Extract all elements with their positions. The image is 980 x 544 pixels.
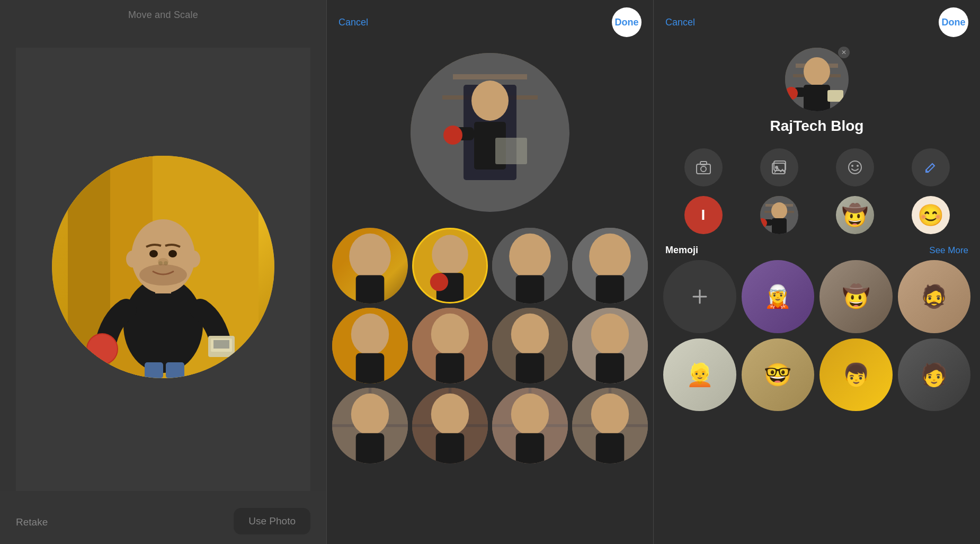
svg-rect-38 (516, 275, 545, 304)
svg-point-9 (168, 250, 177, 257)
memoji-item-4[interactable]: 👱 (663, 338, 736, 412)
memoji-emoji-6: 👦 (842, 362, 870, 388)
photo-options-row: I 🤠 😊 (654, 192, 980, 238)
thumbnail-8[interactable] (572, 308, 648, 384)
svg-rect-22 (453, 74, 527, 79)
svg-point-15 (87, 334, 117, 364)
memoji-item-7[interactable]: 🧑 (898, 338, 971, 412)
thumbnail-6[interactable] (412, 308, 488, 384)
thumbnail-11[interactable] (492, 388, 568, 463)
svg-rect-73 (596, 433, 625, 463)
panel2-cancel-button[interactable]: Cancel (338, 17, 368, 28)
camera-action-button[interactable] (684, 148, 723, 186)
photo-library-icon (771, 160, 787, 175)
svg-rect-44 (356, 353, 385, 384)
panel2-preview-svg (411, 53, 569, 212)
option-emoji-circle[interactable]: 😊 (912, 196, 950, 234)
profile-area: ✕ RajTech Blog (654, 37, 980, 143)
profile-avatar-image (785, 48, 849, 111)
avatar-wrapper: ✕ (785, 48, 849, 111)
thumbnail-4[interactable] (572, 228, 648, 304)
panel1-title: Move and Scale (0, 0, 326, 21)
memoji-emoji-2: 🤠 (842, 283, 870, 309)
memoji-emoji-4: 👱 (686, 362, 714, 388)
option-photo-svg (760, 196, 798, 234)
memoji-section-title: Memoji (665, 245, 698, 256)
svg-rect-84 (700, 162, 707, 165)
svg-point-6 (126, 251, 139, 267)
panel-profile: Cancel Done ✕ (654, 0, 980, 544)
panel-move-scale: Move and Scale (0, 0, 326, 544)
camera-icon (696, 160, 711, 174)
svg-point-46 (431, 314, 469, 355)
thumbnail-3[interactable] (492, 228, 568, 304)
memoji-item-5[interactable]: 🤓 (742, 338, 815, 412)
thumbnail-9[interactable] (332, 388, 408, 463)
panel2-header: Cancel Done (327, 0, 653, 37)
thumbnail-12[interactable] (572, 388, 648, 463)
retake-button[interactable]: Retake (16, 516, 48, 528)
option-letter: I (701, 207, 706, 224)
pencil-icon (924, 161, 937, 174)
memoji-item-2[interactable]: 🤠 (819, 260, 893, 333)
memoji-grid: 🧝 🤠 🧔 👱 🤓 👦 🧑 (654, 260, 980, 411)
svg-point-80 (785, 87, 798, 100)
svg-rect-63 (436, 433, 465, 463)
svg-point-83 (701, 166, 706, 172)
memoji-emoji-5: 🤓 (764, 362, 791, 388)
pencil-action-button[interactable] (912, 148, 950, 186)
smiley-emoji: 😊 (917, 203, 944, 228)
svg-point-94 (771, 202, 787, 219)
panel3-done-button[interactable]: Done (939, 7, 968, 37)
panel3-cancel-button[interactable]: Cancel (665, 17, 695, 28)
thumbnail-5[interactable] (332, 308, 408, 384)
panel2-done-button[interactable]: Done (612, 7, 642, 37)
svg-point-8 (149, 250, 158, 257)
thumbnail-10[interactable] (412, 388, 488, 463)
svg-rect-58 (356, 433, 385, 463)
thumbnail-7[interactable] (492, 308, 568, 384)
cowboy-hat-emoji: 🤠 (842, 203, 868, 228)
avatar-close-button[interactable]: ✕ (838, 47, 850, 58)
panel3-avatar-svg (785, 48, 849, 111)
svg-rect-31 (356, 275, 385, 304)
svg-rect-19 (145, 362, 163, 378)
svg-point-88 (849, 161, 861, 174)
option-red-circle[interactable]: I (684, 196, 723, 234)
option-cowboy-circle[interactable]: 🤠 (836, 196, 874, 234)
svg-point-37 (509, 234, 551, 279)
photo-library-action-button[interactable] (760, 148, 798, 186)
svg-point-30 (349, 234, 391, 279)
emoji-action-button[interactable] (836, 148, 874, 186)
svg-point-25 (471, 81, 509, 121)
svg-rect-20 (166, 362, 184, 378)
memoji-section-header: Memoji See More (654, 238, 980, 260)
thumbnail-2[interactable] (412, 228, 488, 304)
emoji-icon (848, 160, 862, 175)
add-memoji-button[interactable] (663, 260, 736, 333)
see-more-button[interactable]: See More (929, 245, 968, 256)
action-icons-row (654, 143, 980, 192)
svg-point-33 (432, 235, 468, 274)
svg-rect-50 (516, 353, 545, 384)
svg-point-7 (188, 251, 200, 267)
memoji-item-3[interactable]: 🧔 (898, 260, 971, 333)
memoji-item-6[interactable]: 👦 (819, 338, 893, 412)
thumbnail-grid (327, 228, 653, 463)
svg-rect-95 (772, 218, 787, 234)
svg-rect-29 (495, 138, 527, 164)
memoji-emoji-3: 🧔 (920, 283, 948, 309)
panel3-header: Cancel Done (654, 0, 980, 37)
svg-rect-18 (213, 340, 229, 349)
thumbnail-1[interactable] (332, 228, 408, 304)
circle-crop (52, 156, 274, 378)
memoji-item-1[interactable]: 🧝 (742, 260, 815, 333)
svg-point-89 (851, 165, 853, 167)
svg-point-40 (589, 234, 631, 279)
panel-photo-select: Cancel Done (326, 0, 654, 544)
option-photo-circle[interactable] (760, 196, 798, 234)
use-photo-button[interactable]: Use Photo (234, 508, 310, 534)
svg-rect-78 (804, 85, 830, 111)
photo-preview-area (0, 42, 326, 491)
plus-icon (690, 287, 709, 306)
